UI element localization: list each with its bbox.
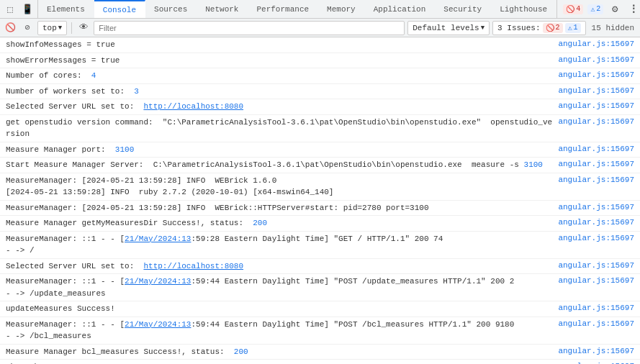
warning-badge[interactable]: ⚠ 2 xyxy=(587,4,603,14)
table-row: Measure Manager bcl_measures Success!, s… xyxy=(0,345,640,360)
issues-warning-badge: ⚠ 1 xyxy=(565,23,581,33)
console-link[interactable]: http://localhost:8080 xyxy=(143,102,243,111)
table-row: updateMeasures Success!angular.js:15697 xyxy=(0,301,640,317)
filter-input[interactable] xyxy=(94,21,405,35)
table-row: MeasureManager: ::1 - - [21/May/2024:13:… xyxy=(0,232,640,259)
nav-badges: 🚫 4 ⚠ 2 ⚙ ⋮ xyxy=(556,0,640,18)
console-message-text: showErrorMessages = true xyxy=(3,55,555,67)
console-source-link[interactable]: angular.js:15697 xyxy=(555,233,640,242)
settings-icon[interactable]: ⚙ xyxy=(608,2,622,17)
table-row: Number of workers set to: 3angular.js:15… xyxy=(0,84,640,100)
issues-button[interactable]: 3 Issues: 🚫 2 ⚠ 1 xyxy=(492,21,585,35)
tab-application[interactable]: Application xyxy=(365,0,436,18)
console-source-link[interactable]: angular.js:15697 xyxy=(555,276,640,285)
console-source-link[interactable]: angular.js:15697 xyxy=(555,175,640,184)
table-row: showInfoMessages = trueangular.js:15697 xyxy=(0,37,640,53)
console-link[interactable]: 21/May/2024:13 xyxy=(125,235,191,243)
console-message-text: MeasureManager: [2024-05-21 13:59:28] IN… xyxy=(3,202,555,214)
console-source-link[interactable]: angular.js:15697 xyxy=(555,101,640,110)
table-row: Selected Server URL set to: http://local… xyxy=(0,259,640,275)
table-row: Measure Manager port: 3100angular.js:156… xyxy=(0,142,640,158)
console-output: showInfoMessages = trueangular.js:15697s… xyxy=(0,37,640,364)
tab-memory[interactable]: Memory xyxy=(318,0,365,18)
console-message-text: showDebugMessages = true xyxy=(3,361,555,364)
console-message-text: Measure Manager port: 3100 xyxy=(3,144,555,156)
console-link[interactable]: 21/May/2024:13 xyxy=(125,320,191,329)
console-value: 3100 xyxy=(115,145,134,154)
console-source-link[interactable]: angular.js:15697 xyxy=(555,117,640,126)
tab-sources[interactable]: Sources xyxy=(145,0,197,18)
console-toolbar: 🚫 ⊘ top ▼ 👁 Default levels ▼ 3 Issues: 🚫… xyxy=(0,19,640,37)
console-message-text: Start Measure Manager Server: C:\Paramet… xyxy=(3,159,555,171)
filter-toggle-icon[interactable]: ⊘ xyxy=(20,21,35,35)
table-row: MeasureManager: [2024-05-21 13:59:28] IN… xyxy=(0,201,640,217)
console-source-link[interactable]: angular.js:15697 xyxy=(555,217,640,227)
tab-lighthouse[interactable]: Lighthouse xyxy=(491,0,556,18)
top-context-dropdown[interactable]: top ▼ xyxy=(37,21,67,35)
console-source-link[interactable]: angular.js:15697 xyxy=(555,303,640,312)
console-message-text: updateMeasures Success! xyxy=(3,303,555,315)
toolbar-divider xyxy=(71,22,72,34)
table-row: showErrorMessages = trueangular.js:15697 xyxy=(0,53,640,69)
console-source-link[interactable]: angular.js:15697 xyxy=(555,55,640,64)
chevron-down-icon: ▼ xyxy=(481,24,484,32)
clear-console-icon[interactable]: 🚫 xyxy=(3,21,17,35)
console-message-text: Selected Server URL set to: http://local… xyxy=(3,260,555,273)
console-message-text: Number of cores: 4 xyxy=(3,70,555,82)
tab-elements[interactable]: Elements xyxy=(38,0,94,18)
eye-icon[interactable]: 👁 xyxy=(76,21,91,35)
issues-error-badge: 🚫 2 xyxy=(543,23,563,33)
devtools-nav: ⬚ 📱 Elements Console Sources Network Per… xyxy=(0,0,640,19)
console-source-link[interactable]: angular.js:15697 xyxy=(555,260,640,270)
console-source-link[interactable]: angular.js:15697 xyxy=(555,159,640,168)
default-levels-dropdown[interactable]: Default levels ▼ xyxy=(407,21,490,35)
console-source-link[interactable]: angular.js:15697 xyxy=(555,346,640,355)
console-source-link[interactable]: angular.js:15697 xyxy=(555,361,640,364)
console-message-text: MeasureManager: [2024-05-21 13:59:28] IN… xyxy=(3,175,555,199)
warning-icon: ⚠ xyxy=(568,24,572,32)
console-source-link[interactable]: angular.js:15697 xyxy=(555,86,640,95)
table-row: Measure Manager getMyMeasuresDir Success… xyxy=(0,216,640,232)
table-row: Start Measure Manager Server: C:\Paramet… xyxy=(0,158,640,173)
console-value: 4 xyxy=(91,71,96,80)
tab-network[interactable]: Network xyxy=(197,0,248,18)
table-row: Number of cores: 4angular.js:15697 xyxy=(0,68,640,84)
table-row: showDebugMessages = trueangular.js:15697 xyxy=(0,360,640,364)
nav-tabs: Elements Console Sources Network Perform… xyxy=(38,0,556,18)
more-options-icon[interactable]: ⋮ xyxy=(626,2,640,17)
console-source-link[interactable]: angular.js:15697 xyxy=(555,70,640,79)
console-link[interactable]: http://localhost:8080 xyxy=(143,262,243,270)
console-message-text: MeasureManager: ::1 - - [21/May/2024:13:… xyxy=(3,233,555,257)
hidden-count-label: 15 hidden xyxy=(589,24,637,32)
console-message-text: Measure Manager getMyMeasuresDir Success… xyxy=(3,217,555,229)
device-icon[interactable]: 📱 xyxy=(20,2,35,17)
console-source-link[interactable]: angular.js:15697 xyxy=(555,144,640,153)
console-message-text: get openstudio version command: "C:\Para… xyxy=(3,117,555,140)
console-message-text: MeasureManager: ::1 - - [21/May/2024:13:… xyxy=(3,276,555,299)
tab-performance[interactable]: Performance xyxy=(248,0,318,18)
table-row: MeasureManager: ::1 - - [21/May/2024:13:… xyxy=(0,274,640,301)
console-message-text: Measure Manager bcl_measures Success!, s… xyxy=(3,346,555,358)
inspect-icon[interactable]: ⬚ xyxy=(3,2,17,17)
console-link[interactable]: 21/May/2024:13 xyxy=(125,277,191,286)
console-message-text: Number of workers set to: 3 xyxy=(3,86,555,98)
table-row: MeasureManager: ::1 - - [21/May/2024:13:… xyxy=(0,317,640,345)
console-message-text: Selected Server URL set to: http://local… xyxy=(3,101,555,113)
chevron-down-icon: ▼ xyxy=(58,24,62,32)
console-source-link[interactable]: angular.js:15697 xyxy=(555,202,640,211)
console-value: 200 xyxy=(234,347,248,356)
table-row: Selected Server URL set to: http://local… xyxy=(0,99,640,115)
error-badge[interactable]: 🚫 4 xyxy=(563,4,583,14)
nav-icons: ⬚ 📱 xyxy=(0,0,38,18)
console-source-link[interactable]: angular.js:15697 xyxy=(555,39,640,48)
console-source-link[interactable]: angular.js:15697 xyxy=(555,319,640,328)
console-value: 3100 xyxy=(524,160,543,169)
console-message-text: showInfoMessages = true xyxy=(3,39,555,51)
warning-icon: ⚠ xyxy=(590,5,595,14)
error-icon: 🚫 xyxy=(546,24,554,32)
table-row: MeasureManager: [2024-05-21 13:59:28] IN… xyxy=(0,173,640,201)
tab-security[interactable]: Security xyxy=(435,0,491,18)
tab-console[interactable]: Console xyxy=(94,0,145,18)
console-value: 3 xyxy=(134,87,139,96)
console-value: 200 xyxy=(253,219,267,227)
